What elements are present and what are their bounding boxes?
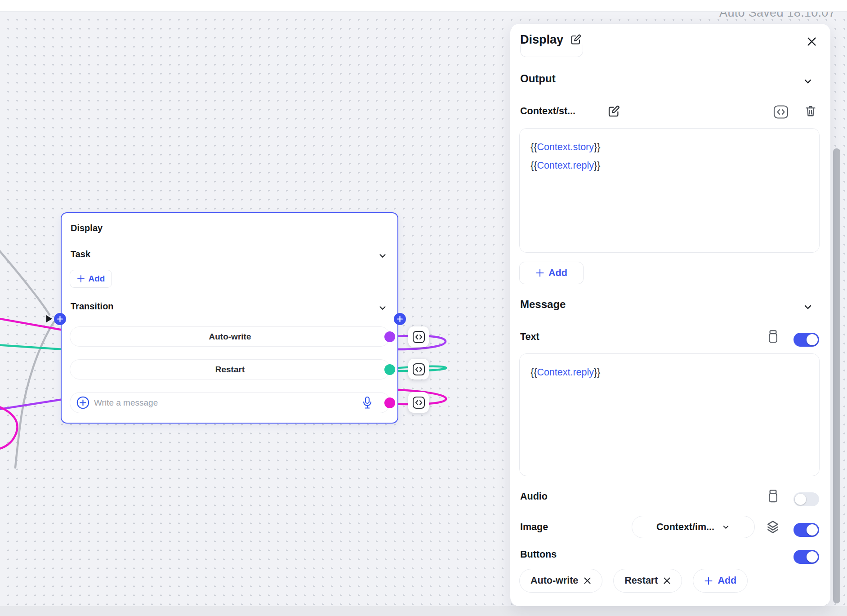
node-output-handle[interactable]	[394, 313, 406, 325]
image-toggle[interactable]	[794, 523, 819, 537]
audio-toggle[interactable]	[794, 492, 819, 506]
plus-icon	[704, 576, 713, 585]
image-row-label: Image	[520, 522, 548, 533]
edit-title-icon[interactable]	[570, 34, 582, 46]
edge-gray-in	[0, 248, 49, 315]
edge-teal-left	[0, 345, 63, 349]
chip-label: Auto-write	[530, 575, 578, 586]
plus-icon	[535, 268, 544, 277]
edge-magenta-corner	[0, 406, 18, 449]
delete-field-icon[interactable]	[804, 104, 817, 118]
output-value-editor[interactable]: {{Context.story}} {{Context.reply}}	[519, 128, 820, 253]
top-bar	[0, 0, 847, 12]
output-add-label: Add	[548, 268, 567, 279]
chevron-down-icon	[722, 523, 730, 531]
add-message-icon[interactable]	[76, 396, 89, 409]
message-placeholder[interactable]: Write a message	[94, 398, 158, 408]
variable-token[interactable]: Context.reply	[537, 367, 594, 378]
output-port-teal[interactable]	[384, 364, 395, 375]
toggle-knob	[795, 494, 806, 505]
text-row-label: Text	[520, 331, 539, 343]
edge-purple-left	[0, 399, 63, 410]
button-chip-restart[interactable]: Restart	[613, 569, 682, 593]
code-connector-icon	[413, 397, 425, 409]
code-connector-icon	[413, 331, 425, 343]
toggle-knob	[807, 334, 818, 345]
flow-builder-canvas: Auto Saved 18:10:07 Display Task Add Tra…	[0, 0, 847, 616]
microphone-icon[interactable]	[362, 396, 373, 410]
variable-token[interactable]: Context.story	[537, 142, 594, 152]
transition-row-auto-write[interactable]: Auto-write	[70, 326, 390, 347]
bottom-bar	[0, 606, 847, 616]
text-toggle[interactable]	[794, 333, 819, 347]
task-add-button[interactable]: Add	[70, 270, 112, 288]
output-section-heading: Output	[520, 72, 556, 85]
close-icon[interactable]	[806, 36, 818, 48]
template-line: {{Context.story}}	[530, 138, 808, 156]
button-chip-auto-write[interactable]: Auto-write	[519, 569, 602, 593]
layers-icon[interactable]	[766, 519, 780, 535]
chevron-down-icon[interactable]	[802, 302, 813, 312]
toggle-knob	[807, 551, 818, 562]
chevron-down-icon[interactable]	[378, 303, 388, 313]
plus-icon	[57, 316, 63, 322]
node-task-section: Task	[71, 249, 90, 259]
edge-code-connector[interactable]	[408, 326, 429, 347]
chevron-down-icon[interactable]	[802, 76, 813, 87]
panel-scrollbar[interactable]	[833, 148, 840, 603]
code-view-icon[interactable]	[773, 105, 789, 119]
audio-row-label: Audio	[520, 491, 548, 502]
template-line: {{Context.reply}}	[530, 156, 808, 175]
message-text-editor[interactable]: {{Context.reply}}	[519, 353, 820, 476]
output-port-magenta[interactable]	[384, 397, 395, 408]
toggle-knob	[807, 524, 818, 536]
incoming-edge-arrow-icon	[46, 315, 52, 322]
remove-icon[interactable]	[584, 577, 591, 585]
edge-gray-out	[15, 322, 54, 468]
message-input-row[interactable]: Write a message	[70, 392, 390, 413]
variable-token[interactable]: Context.reply	[537, 160, 594, 171]
edit-field-icon[interactable]	[607, 105, 620, 118]
output-port-purple[interactable]	[384, 331, 395, 342]
code-connector-icon	[413, 363, 425, 375]
node-settings-panel: Display Output Context/st... {{Context.s…	[510, 24, 830, 606]
template-line: {{Context.reply}}	[530, 363, 808, 382]
display-node[interactable]: Display Task Add Transition Auto-write R…	[61, 212, 398, 424]
button-add-chip[interactable]: Add	[693, 569, 748, 593]
buttons-row-label: Buttons	[520, 549, 557, 560]
chevron-down-icon[interactable]	[378, 251, 388, 261]
buttons-toggle[interactable]	[794, 550, 819, 564]
transition-label: Auto-write	[209, 332, 251, 342]
archive-icon[interactable]	[767, 489, 780, 504]
chip-add-label: Add	[718, 575, 736, 586]
edge-code-connector[interactable]	[408, 392, 429, 413]
archive-icon[interactable]	[767, 330, 780, 344]
transition-row-restart[interactable]: Restart	[70, 359, 390, 379]
plus-icon	[77, 275, 85, 283]
scrolled-field-fragment	[520, 45, 583, 57]
image-source-value: Context/im...	[656, 522, 714, 533]
node-transition-section: Transition	[71, 301, 114, 312]
edge-code-connector[interactable]	[408, 359, 429, 379]
plus-icon	[397, 316, 403, 322]
message-section-heading: Message	[520, 298, 566, 311]
node-input-handle[interactable]	[54, 313, 66, 325]
output-field-label: Context/st...	[520, 106, 575, 117]
output-add-button[interactable]: Add	[519, 262, 584, 284]
remove-icon[interactable]	[663, 577, 671, 585]
image-source-dropdown[interactable]: Context/im...	[632, 516, 755, 538]
transition-label: Restart	[215, 365, 245, 375]
task-add-label: Add	[89, 274, 105, 284]
chip-label: Restart	[624, 575, 658, 586]
node-title: Display	[71, 223, 103, 233]
